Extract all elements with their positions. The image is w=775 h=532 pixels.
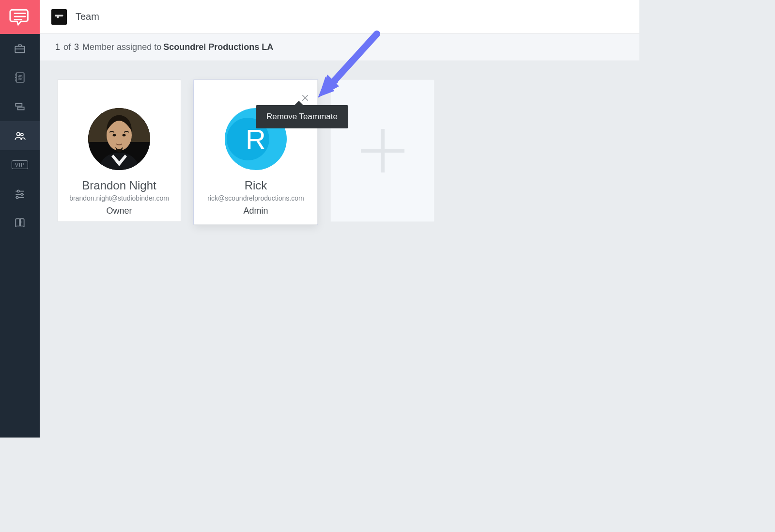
svg-text:@: @ <box>17 74 23 80</box>
svg-point-15 <box>17 190 19 192</box>
svg-rect-10 <box>16 104 22 106</box>
company-name: Scoundrel Productions LA <box>163 42 273 52</box>
main-content: Brandon Night brandon.night@studiobinder… <box>40 61 639 438</box>
sidebar-nav: @ VIP <box>0 34 40 237</box>
sidebar-item-docs[interactable]: i <box>0 208 40 237</box>
people-icon <box>14 129 26 142</box>
blocks-icon <box>14 100 26 113</box>
vip-icon: VIP <box>12 160 29 169</box>
plus-icon <box>361 129 404 172</box>
chat-bubble-icon <box>9 6 31 28</box>
sidebar-item-team[interactable] <box>0 121 40 150</box>
svg-rect-21 <box>62 15 63 16</box>
member-count-current: 1 <box>55 42 60 52</box>
app-logo[interactable] <box>0 0 40 34</box>
remove-teammate-tooltip: Remove Teammate <box>256 105 348 128</box>
member-count-total: 3 <box>74 42 79 52</box>
sidebar-item-templates[interactable] <box>0 92 40 121</box>
member-name: Brandon Night <box>82 179 156 192</box>
assigned-label: Member assigned to <box>82 42 161 52</box>
page-header: Team <box>40 0 639 34</box>
svg-point-13 <box>21 133 23 136</box>
add-teammate-card[interactable] <box>330 79 434 222</box>
sidebar-item-contacts[interactable]: @ <box>0 63 40 92</box>
svg-rect-3 <box>15 47 25 53</box>
avatar-photo <box>88 108 150 170</box>
svg-point-27 <box>123 134 126 137</box>
member-card[interactable]: Remove Teammate R Rick rick@scoundrelpro… <box>194 79 318 225</box>
of-label: of <box>63 42 71 52</box>
svg-text:i: i <box>21 220 22 224</box>
page-title: Team <box>76 11 99 22</box>
member-role: Admin <box>243 206 268 216</box>
sliders-icon <box>14 188 26 200</box>
sidebar-item-vip[interactable]: VIP <box>0 150 40 179</box>
project-thumbnail[interactable] <box>51 9 67 25</box>
svg-point-19 <box>16 196 18 198</box>
member-name: Rick <box>245 179 267 192</box>
book-icon: i <box>14 217 26 229</box>
svg-point-26 <box>113 134 116 137</box>
member-role: Owner <box>106 206 132 216</box>
member-email: rick@scoundrelproductions.com <box>207 194 304 202</box>
team-cards: Brandon Night brandon.night@studiobinder… <box>57 79 622 225</box>
svg-point-12 <box>17 133 20 136</box>
briefcase-icon <box>14 42 26 55</box>
member-email: brandon.night@studiobinder.com <box>69 194 169 202</box>
gun-icon <box>54 14 64 20</box>
sidebar-item-settings[interactable] <box>0 179 40 208</box>
sidebar: @ VIP <box>0 0 40 438</box>
address-book-icon: @ <box>14 71 26 84</box>
sidebar-item-projects[interactable] <box>0 34 40 63</box>
member-card[interactable]: Brandon Night brandon.night@studiobinder… <box>57 79 181 222</box>
svg-rect-11 <box>18 107 24 110</box>
subheader: 1 of 3 Member assigned to Scoundrel Prod… <box>40 34 639 61</box>
svg-point-17 <box>21 193 23 195</box>
